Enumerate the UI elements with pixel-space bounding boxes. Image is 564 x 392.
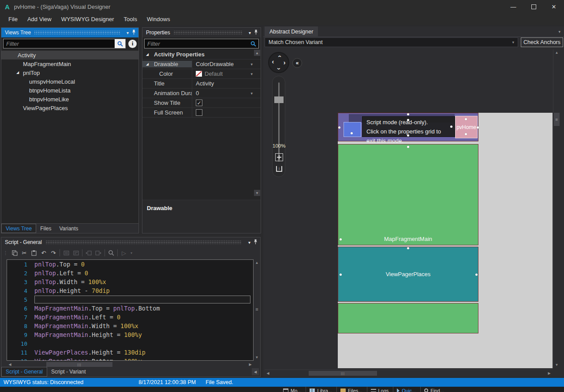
pin-icon[interactable]: [132, 30, 136, 36]
variant-selector-dropdown[interactable]: Match Chosen Variant ▾: [265, 37, 518, 47]
code-line[interactable]: 4pnlTop.Height - 70dip: [7, 286, 253, 295]
comment-button[interactable]: [61, 248, 71, 257]
show-title-checkbox[interactable]: ✓: [196, 100, 202, 106]
expander-icon[interactable]: ◢: [146, 62, 149, 66]
scroll-left-arrow[interactable]: ◀: [265, 370, 271, 377]
selection-handle[interactable]: [465, 118, 467, 120]
editor-vertical-scrollbar[interactable]: ▲ ≡ ▼: [254, 259, 260, 361]
selection-handle[interactable]: [340, 238, 342, 240]
taskbar-item-files[interactable]: Files...: [336, 387, 366, 392]
code-line[interactable]: 9MapFragmentMain.Height = 100%y: [7, 330, 253, 339]
outdent-button[interactable]: [84, 248, 93, 257]
search-icon[interactable]: [248, 39, 258, 48]
chevron-down-icon[interactable]: ▾: [249, 30, 251, 35]
paste-button[interactable]: [29, 248, 39, 257]
selection-handle[interactable]: [465, 133, 467, 135]
tab-script-variant[interactable]: Script - Variant: [47, 367, 90, 377]
run-script-button[interactable]: ▷: [119, 248, 129, 257]
code-line[interactable]: 11ViewPagerPlaces.Height = 130dip: [7, 348, 253, 357]
tree-item-mapfragmentmain[interactable]: MapFragmentMain: [1, 59, 138, 68]
tree-item-btnpvhomelista[interactable]: btnpvHomeLista: [1, 86, 138, 95]
maximize-button[interactable]: [523, 0, 544, 13]
pan-down-icon[interactable]: ›: [276, 66, 282, 71]
code-line-current[interactable]: 5: [7, 295, 253, 304]
code-line[interactable]: 2pnlTop.Left = 0: [7, 269, 253, 277]
property-row-drawable[interactable]: ◢ Drawable ColorDrawable▾: [142, 59, 261, 69]
scrollbar-thumb[interactable]: |||: [309, 371, 377, 376]
tree-item-viewpagerplaces[interactable]: ViewPagerPlaces: [1, 104, 138, 112]
tree-item-activity[interactable]: Activity: [1, 51, 138, 59]
chevron-down-icon[interactable]: ▾: [127, 30, 129, 35]
selection-handle[interactable]: [407, 113, 409, 115]
taskbar-item-find[interactable]: Find...: [420, 387, 448, 392]
selection-handle[interactable]: [450, 126, 452, 128]
taskbar-item-mo[interactable]: Mo...: [280, 387, 306, 392]
tab-scroll-left-button[interactable]: ◀: [252, 368, 259, 375]
designer-horizontal-scrollbar[interactable]: ◀ ||| ▶: [265, 370, 553, 376]
code-line[interactable]: 6MapFragmentMain.Top = pnlTop.Bottom: [7, 304, 253, 313]
menu-add-view[interactable]: Add View: [22, 14, 56, 24]
view-viewpagerplaces[interactable]: ViewPagerPlaces: [338, 247, 478, 302]
selection-handle[interactable]: [477, 126, 479, 129]
views-tree-filter-input[interactable]: [4, 41, 115, 47]
property-row-full-screen[interactable]: Full Screen: [142, 108, 261, 118]
pan-control[interactable]: › › › ›: [268, 52, 289, 73]
code-line[interactable]: 3pnlTop.Width = 100%x: [7, 277, 253, 286]
property-row-title[interactable]: Title Activity: [142, 79, 261, 89]
property-row-show-title[interactable]: Show Title ✓: [142, 98, 261, 108]
selection-handle[interactable]: [340, 274, 342, 276]
tree-item-btnpvhomelike[interactable]: btnpvHomeLike: [1, 95, 138, 104]
cut-button[interactable]: ✂: [19, 248, 29, 257]
scroll-up-arrow[interactable]: ▲: [254, 259, 260, 266]
menu-wysiwyg-designer[interactable]: WYSIWYG Designer: [56, 14, 119, 24]
find-button[interactable]: [106, 248, 116, 257]
chevron-down-icon[interactable]: ▾: [248, 240, 250, 245]
chevron-down-icon[interactable]: ▾: [558, 30, 560, 34]
selection-handle[interactable]: [407, 134, 409, 137]
tree-item-pnltop[interactable]: ◢pnlTop: [1, 68, 138, 77]
scrollbar-thumb[interactable]: |||: [46, 362, 112, 367]
full-screen-checkbox[interactable]: [196, 109, 202, 116]
minimize-button[interactable]: —: [503, 0, 523, 13]
scroll-up-arrow[interactable]: ▲: [254, 50, 260, 56]
code-line[interactable]: 8MapFragmentMain.Width = 100%x: [7, 322, 253, 330]
fit-to-screen-button[interactable]: [275, 153, 283, 161]
designer-vertical-scrollbar[interactable]: ▲ ≡ ▼: [553, 49, 560, 368]
code-editor[interactable]: 1pnlTop.Top = 0 2pnlTop.Left = 0 3pnlTop…: [7, 259, 254, 361]
copy-button[interactable]: [10, 248, 19, 257]
pan-right-icon[interactable]: ›: [282, 60, 287, 65]
view-pnltop[interactable]: pnlTop pvHome Script mode (read-only). C…: [338, 113, 478, 141]
tab-variants[interactable]: Variants: [55, 224, 82, 233]
selection-handle[interactable]: [351, 132, 353, 134]
zoom-slider-thumb[interactable]: [274, 96, 284, 103]
scroll-down-arrow[interactable]: ▼: [254, 354, 260, 361]
taskbar-item-logs[interactable]: Logs: [367, 387, 393, 392]
code-line[interactable]: 1pnlTop.Top = 0: [7, 260, 253, 269]
property-value-dropdown[interactable]: ColorDrawable▾: [192, 59, 261, 69]
property-value-dropdown[interactable]: Default▾: [192, 69, 261, 78]
zoom-slider-track[interactable]: [278, 82, 280, 162]
pin-icon[interactable]: [254, 30, 258, 36]
view-button-blue[interactable]: [344, 122, 361, 137]
expander-icon[interactable]: ◢: [16, 70, 19, 74]
uncomment-button[interactable]: [71, 248, 81, 257]
code-line[interactable]: 7MapFragmentMain.Left = 0: [7, 313, 253, 322]
close-button[interactable]: ✕: [544, 0, 564, 13]
tab-files[interactable]: Files: [36, 224, 55, 233]
export-layout-button[interactable]: ↓: [275, 165, 283, 173]
selection-handle[interactable]: [475, 274, 478, 276]
taskbar-item-quic[interactable]: Quic...: [393, 387, 420, 392]
redo-button[interactable]: ↷: [49, 248, 58, 257]
code-line[interactable]: 10: [7, 339, 253, 348]
menu-file[interactable]: File: [4, 14, 22, 24]
property-value-field[interactable]: Activity: [192, 79, 261, 88]
code-line[interactable]: 12ViewPagerPlaces.Bottom = 100%y: [7, 357, 253, 361]
tree-item-umspvhomelocal[interactable]: umspvHomeLocal: [1, 77, 138, 86]
pin-icon[interactable]: [254, 239, 258, 245]
info-icon[interactable]: i: [128, 40, 137, 48]
selection-handle[interactable]: [407, 146, 409, 148]
scrollbar-thumb[interactable]: ≡: [254, 303, 260, 315]
undo-button[interactable]: ↶: [39, 248, 49, 257]
menu-windows[interactable]: Windows: [142, 14, 175, 24]
view-mapfragmentmain[interactable]: MapFragmentMain: [338, 144, 478, 245]
